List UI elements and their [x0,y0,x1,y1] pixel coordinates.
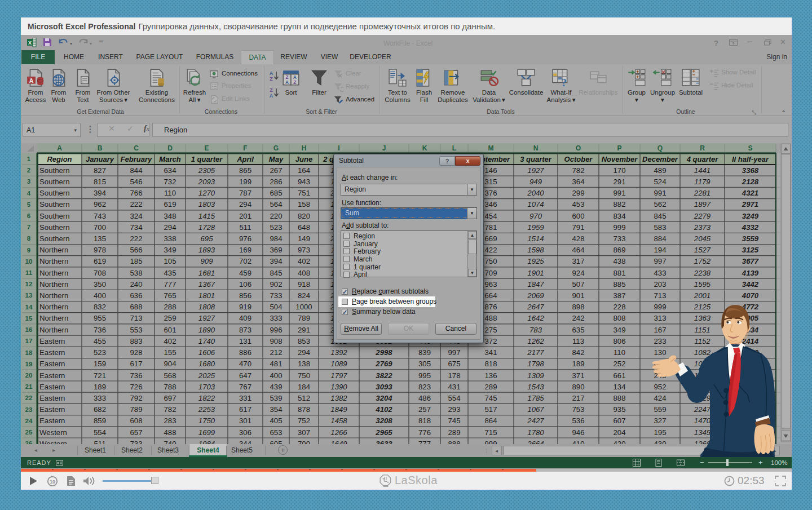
svg-text:787: 787 [239,189,251,197]
svg-text:D: D [167,144,173,152]
svg-text:402: 402 [164,337,176,345]
svg-text:4321: 4321 [742,189,758,197]
svg-text:511: 511 [239,223,251,232]
svg-text:634: 634 [164,166,176,175]
svg-text:1797: 1797 [330,371,347,380]
svg-text:349: 349 [164,246,176,254]
svg-text:1458: 1458 [330,416,347,425]
svg-text:890: 890 [572,383,584,391]
svg-text:4070: 4070 [742,291,759,300]
svg-text:1 quarter: 1 quarter [191,155,223,163]
svg-text:2427: 2427 [527,416,544,425]
svg-text:1728: 1728 [198,223,215,232]
svg-text:146: 146 [484,166,497,175]
svg-text:1266: 1266 [330,428,347,437]
svg-text:902: 902 [270,280,282,289]
svg-text:222: 222 [130,200,142,209]
svg-text:1849: 1849 [330,405,347,414]
svg-text:Northern: Northern [39,314,68,322]
svg-text:845: 845 [654,212,666,220]
svg-text:856: 856 [239,291,251,300]
svg-text:433: 433 [654,269,666,277]
svg-text:782: 782 [164,405,176,414]
svg-text:2069: 2069 [527,291,544,300]
svg-text:752: 752 [298,416,310,425]
svg-text:546: 546 [130,178,142,186]
svg-text:882: 882 [613,200,625,209]
svg-text:991: 991 [613,189,625,197]
svg-text:291: 291 [613,178,625,186]
svg-text:869: 869 [613,246,625,254]
svg-text:736: 736 [130,371,142,380]
svg-text:November: November [602,155,638,163]
svg-text:Southern: Southern [39,212,70,220]
svg-text:135: 135 [94,234,106,243]
svg-text:605: 605 [270,440,282,444]
svg-text:4102: 4102 [375,405,392,414]
svg-text:1822: 1822 [198,394,215,402]
svg-text:Northern: Northern [39,246,68,254]
svg-text:753: 753 [572,405,584,414]
svg-text:131: 131 [239,337,251,345]
svg-text:420: 420 [613,440,625,444]
svg-text:823: 823 [418,383,431,391]
svg-text:1699: 1699 [198,428,215,437]
svg-text:134: 134 [613,383,625,391]
svg-text:3368: 3368 [742,166,759,175]
svg-text:26: 26 [25,440,33,444]
svg-text:1179: 1179 [694,178,710,186]
svg-text:189: 189 [94,383,106,391]
svg-text:169: 169 [239,246,251,254]
svg-text:984: 984 [270,234,282,243]
svg-text:888: 888 [448,440,460,444]
svg-text:908: 908 [270,337,282,345]
svg-text:2040: 2040 [527,189,544,197]
svg-text:904: 904 [164,360,176,368]
svg-text:1808: 1808 [198,303,215,311]
svg-text:439: 439 [270,383,282,391]
svg-text:844: 844 [130,166,142,175]
svg-text:2281: 2281 [694,189,710,197]
svg-text:470: 470 [239,360,251,368]
svg-text:697: 697 [164,394,176,402]
svg-text:876: 876 [484,303,497,311]
svg-text:240: 240 [130,280,142,289]
svg-text:453: 453 [572,200,584,209]
svg-text:832: 832 [94,303,106,311]
svg-text:J: J [382,144,386,152]
svg-text:B: B [98,144,103,152]
svg-text:24: 24 [25,418,33,424]
svg-text:820: 820 [298,212,310,220]
svg-text:400: 400 [270,371,282,380]
svg-text:488: 488 [164,428,176,437]
svg-text:Southern: Southern [39,166,70,175]
svg-text:N: N [533,144,539,152]
svg-text:664: 664 [484,291,497,300]
svg-text:734: 734 [130,223,142,232]
svg-text:781: 781 [484,223,497,232]
svg-text:853: 853 [298,337,310,345]
svg-text:410: 410 [572,440,584,444]
svg-text:1390: 1390 [330,383,347,391]
svg-text:455: 455 [94,337,106,345]
svg-text:1382: 1382 [330,394,347,402]
svg-text:928: 928 [130,348,142,357]
svg-text:700: 700 [94,223,106,232]
svg-text:824: 824 [298,291,310,300]
svg-text:Eastern: Eastern [39,416,65,425]
svg-text:178: 178 [448,371,460,380]
svg-text:539: 539 [270,394,282,402]
svg-text:344: 344 [239,440,251,444]
svg-text:April: April [236,155,254,163]
svg-text:3093: 3093 [376,383,392,391]
svg-text:955: 955 [94,314,106,322]
svg-text:1262: 1262 [527,337,544,345]
svg-text:5: 5 [27,201,31,208]
svg-text:700: 700 [298,440,310,444]
svg-text:1415: 1415 [198,212,215,220]
svg-text:212: 212 [270,348,282,357]
svg-text:481: 481 [270,360,282,368]
svg-text:Southern: Southern [39,189,70,197]
svg-text:504: 504 [270,303,282,311]
svg-text:708: 708 [94,269,106,277]
